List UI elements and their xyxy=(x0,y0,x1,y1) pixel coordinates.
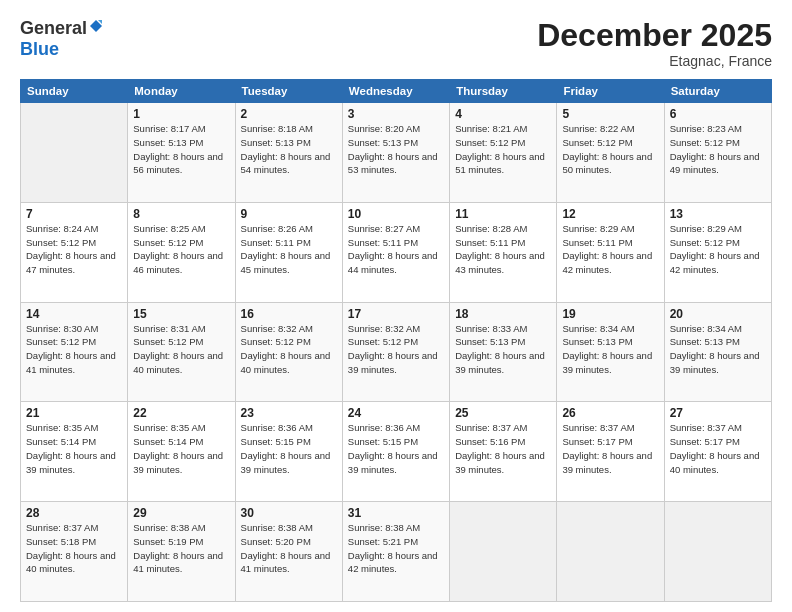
day-info: Sunrise: 8:35 AMSunset: 5:14 PMDaylight:… xyxy=(133,421,229,476)
calendar-cell: 9Sunrise: 8:26 AMSunset: 5:11 PMDaylight… xyxy=(235,202,342,302)
calendar-cell: 29Sunrise: 8:38 AMSunset: 5:19 PMDayligh… xyxy=(128,502,235,602)
day-info: Sunrise: 8:28 AMSunset: 5:11 PMDaylight:… xyxy=(455,222,551,277)
day-number: 24 xyxy=(348,406,444,420)
day-number: 8 xyxy=(133,207,229,221)
day-number: 10 xyxy=(348,207,444,221)
calendar-cell: 12Sunrise: 8:29 AMSunset: 5:11 PMDayligh… xyxy=(557,202,664,302)
day-info: Sunrise: 8:38 AMSunset: 5:19 PMDaylight:… xyxy=(133,521,229,576)
weekday-header-saturday: Saturday xyxy=(664,80,771,103)
day-info: Sunrise: 8:37 AMSunset: 5:16 PMDaylight:… xyxy=(455,421,551,476)
weekday-header-row: SundayMondayTuesdayWednesdayThursdayFrid… xyxy=(21,80,772,103)
day-info: Sunrise: 8:38 AMSunset: 5:21 PMDaylight:… xyxy=(348,521,444,576)
day-number: 5 xyxy=(562,107,658,121)
day-number: 31 xyxy=(348,506,444,520)
day-info: Sunrise: 8:27 AMSunset: 5:11 PMDaylight:… xyxy=(348,222,444,277)
day-info: Sunrise: 8:29 AMSunset: 5:11 PMDaylight:… xyxy=(562,222,658,277)
month-title: December 2025 xyxy=(537,18,772,53)
day-info: Sunrise: 8:26 AMSunset: 5:11 PMDaylight:… xyxy=(241,222,337,277)
calendar-cell: 20Sunrise: 8:34 AMSunset: 5:13 PMDayligh… xyxy=(664,302,771,402)
day-number: 11 xyxy=(455,207,551,221)
day-info: Sunrise: 8:31 AMSunset: 5:12 PMDaylight:… xyxy=(133,322,229,377)
day-info: Sunrise: 8:37 AMSunset: 5:17 PMDaylight:… xyxy=(562,421,658,476)
day-number: 4 xyxy=(455,107,551,121)
day-info: Sunrise: 8:37 AMSunset: 5:18 PMDaylight:… xyxy=(26,521,122,576)
calendar-cell: 1Sunrise: 8:17 AMSunset: 5:13 PMDaylight… xyxy=(128,103,235,203)
day-number: 1 xyxy=(133,107,229,121)
day-info: Sunrise: 8:33 AMSunset: 5:13 PMDaylight:… xyxy=(455,322,551,377)
day-info: Sunrise: 8:25 AMSunset: 5:12 PMDaylight:… xyxy=(133,222,229,277)
calendar-cell: 21Sunrise: 8:35 AMSunset: 5:14 PMDayligh… xyxy=(21,402,128,502)
page: General Blue December 2025 Etagnac, Fran… xyxy=(0,0,792,612)
calendar-cell: 22Sunrise: 8:35 AMSunset: 5:14 PMDayligh… xyxy=(128,402,235,502)
day-number: 26 xyxy=(562,406,658,420)
day-info: Sunrise: 8:38 AMSunset: 5:20 PMDaylight:… xyxy=(241,521,337,576)
calendar-cell: 5Sunrise: 8:22 AMSunset: 5:12 PMDaylight… xyxy=(557,103,664,203)
day-number: 3 xyxy=(348,107,444,121)
location: Etagnac, France xyxy=(537,53,772,69)
day-number: 19 xyxy=(562,307,658,321)
calendar-cell xyxy=(450,502,557,602)
day-number: 23 xyxy=(241,406,337,420)
calendar-cell: 27Sunrise: 8:37 AMSunset: 5:17 PMDayligh… xyxy=(664,402,771,502)
week-row-1: 7Sunrise: 8:24 AMSunset: 5:12 PMDaylight… xyxy=(21,202,772,302)
day-info: Sunrise: 8:23 AMSunset: 5:12 PMDaylight:… xyxy=(670,122,766,177)
day-info: Sunrise: 8:17 AMSunset: 5:13 PMDaylight:… xyxy=(133,122,229,177)
calendar-cell xyxy=(557,502,664,602)
day-number: 9 xyxy=(241,207,337,221)
calendar-cell: 18Sunrise: 8:33 AMSunset: 5:13 PMDayligh… xyxy=(450,302,557,402)
calendar-cell: 15Sunrise: 8:31 AMSunset: 5:12 PMDayligh… xyxy=(128,302,235,402)
day-number: 25 xyxy=(455,406,551,420)
day-number: 20 xyxy=(670,307,766,321)
calendar-cell: 2Sunrise: 8:18 AMSunset: 5:13 PMDaylight… xyxy=(235,103,342,203)
calendar-cell: 4Sunrise: 8:21 AMSunset: 5:12 PMDaylight… xyxy=(450,103,557,203)
calendar-cell: 30Sunrise: 8:38 AMSunset: 5:20 PMDayligh… xyxy=(235,502,342,602)
day-info: Sunrise: 8:32 AMSunset: 5:12 PMDaylight:… xyxy=(348,322,444,377)
day-info: Sunrise: 8:34 AMSunset: 5:13 PMDaylight:… xyxy=(670,322,766,377)
day-number: 21 xyxy=(26,406,122,420)
title-block: December 2025 Etagnac, France xyxy=(537,18,772,69)
week-row-4: 28Sunrise: 8:37 AMSunset: 5:18 PMDayligh… xyxy=(21,502,772,602)
day-number: 2 xyxy=(241,107,337,121)
day-info: Sunrise: 8:30 AMSunset: 5:12 PMDaylight:… xyxy=(26,322,122,377)
calendar-cell: 25Sunrise: 8:37 AMSunset: 5:16 PMDayligh… xyxy=(450,402,557,502)
logo-icon xyxy=(89,19,103,33)
day-info: Sunrise: 8:37 AMSunset: 5:17 PMDaylight:… xyxy=(670,421,766,476)
day-info: Sunrise: 8:21 AMSunset: 5:12 PMDaylight:… xyxy=(455,122,551,177)
day-info: Sunrise: 8:20 AMSunset: 5:13 PMDaylight:… xyxy=(348,122,444,177)
day-number: 14 xyxy=(26,307,122,321)
logo-blue-text: Blue xyxy=(20,39,59,59)
weekday-header-tuesday: Tuesday xyxy=(235,80,342,103)
day-number: 17 xyxy=(348,307,444,321)
calendar-cell: 10Sunrise: 8:27 AMSunset: 5:11 PMDayligh… xyxy=(342,202,449,302)
week-row-0: 1Sunrise: 8:17 AMSunset: 5:13 PMDaylight… xyxy=(21,103,772,203)
weekday-header-monday: Monday xyxy=(128,80,235,103)
calendar-cell: 11Sunrise: 8:28 AMSunset: 5:11 PMDayligh… xyxy=(450,202,557,302)
weekday-header-sunday: Sunday xyxy=(21,80,128,103)
day-info: Sunrise: 8:32 AMSunset: 5:12 PMDaylight:… xyxy=(241,322,337,377)
calendar-cell: 23Sunrise: 8:36 AMSunset: 5:15 PMDayligh… xyxy=(235,402,342,502)
day-info: Sunrise: 8:34 AMSunset: 5:13 PMDaylight:… xyxy=(562,322,658,377)
day-number: 28 xyxy=(26,506,122,520)
weekday-header-wednesday: Wednesday xyxy=(342,80,449,103)
header: General Blue December 2025 Etagnac, Fran… xyxy=(20,18,772,69)
day-info: Sunrise: 8:36 AMSunset: 5:15 PMDaylight:… xyxy=(241,421,337,476)
day-number: 7 xyxy=(26,207,122,221)
calendar-cell: 16Sunrise: 8:32 AMSunset: 5:12 PMDayligh… xyxy=(235,302,342,402)
calendar-cell: 8Sunrise: 8:25 AMSunset: 5:12 PMDaylight… xyxy=(128,202,235,302)
calendar-cell: 31Sunrise: 8:38 AMSunset: 5:21 PMDayligh… xyxy=(342,502,449,602)
calendar-cell: 7Sunrise: 8:24 AMSunset: 5:12 PMDaylight… xyxy=(21,202,128,302)
logo-general-text: General xyxy=(20,18,87,39)
calendar-cell: 24Sunrise: 8:36 AMSunset: 5:15 PMDayligh… xyxy=(342,402,449,502)
day-number: 15 xyxy=(133,307,229,321)
weekday-header-friday: Friday xyxy=(557,80,664,103)
day-info: Sunrise: 8:36 AMSunset: 5:15 PMDaylight:… xyxy=(348,421,444,476)
calendar-cell: 13Sunrise: 8:29 AMSunset: 5:12 PMDayligh… xyxy=(664,202,771,302)
day-number: 16 xyxy=(241,307,337,321)
calendar-cell: 26Sunrise: 8:37 AMSunset: 5:17 PMDayligh… xyxy=(557,402,664,502)
calendar-cell: 19Sunrise: 8:34 AMSunset: 5:13 PMDayligh… xyxy=(557,302,664,402)
day-number: 12 xyxy=(562,207,658,221)
calendar-cell xyxy=(664,502,771,602)
day-number: 22 xyxy=(133,406,229,420)
calendar-cell: 6Sunrise: 8:23 AMSunset: 5:12 PMDaylight… xyxy=(664,103,771,203)
day-number: 6 xyxy=(670,107,766,121)
